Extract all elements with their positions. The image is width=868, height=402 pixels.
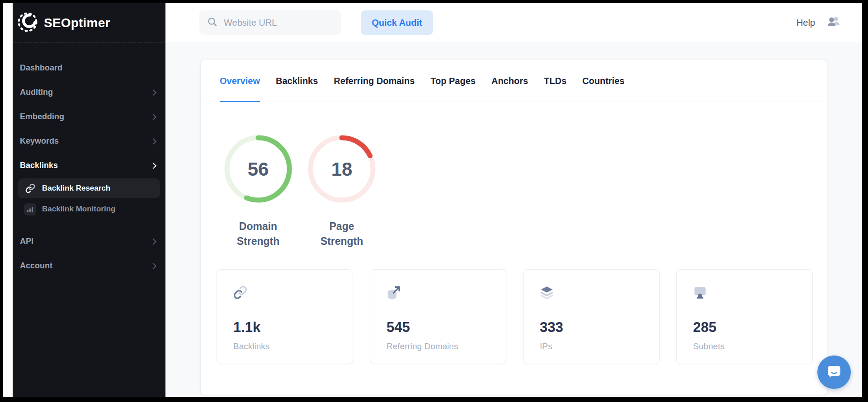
chevron-right-icon [150,162,156,168]
stat-card-backlinks: 1.1k Backlinks [217,269,353,364]
sidebar-item-account[interactable]: Account [13,253,165,278]
tab-label: Overview [220,76,260,86]
tab-bar: Overview Backlinks Referring Domains Top… [201,60,827,102]
help-link[interactable]: Help [797,18,815,28]
tab-referring-domains[interactable]: Referring Domains [334,60,415,102]
tab-anchors[interactable]: Anchors [491,60,528,102]
brand-name: SEOptimer [44,16,110,30]
stat-card-subnets: 285 Subnets [676,269,813,364]
backlink-research-panel: Overview Backlinks Referring Domains Top… [200,60,827,395]
sidebar-item-label: Keywords [20,136,59,146]
sidebar-item-dashboard[interactable]: Dashboard [13,56,165,80]
sidebar-item-label: Account [20,261,52,271]
chat-bubble-icon [826,363,843,382]
tab-tlds[interactable]: TLDs [544,60,566,102]
sidebar-subitem-backlink-monitoring[interactable]: Backlink Monitoring [18,199,160,219]
sidebar-item-label: Embedding [20,112,64,122]
main-area: Quick Audit Help Overview Backlinks Refe… [165,3,862,397]
link-icon [24,182,36,195]
sidebar: SEOptimer Dashboard Auditing Embedding K… [13,3,165,397]
backlinks-submenu: Backlink Research Backlink Monitoring [13,178,165,224]
gear-logo-icon [17,12,38,34]
tab-label: TLDs [544,76,566,86]
page-strength-gauge: 18 Page Strength [308,135,376,248]
strength-gauges: 56 Domain Strength 18 Page Strength [224,135,376,248]
stat-label: IPs [540,341,659,351]
domain-strength-value: 56 [248,159,269,180]
stat-value: 545 [387,319,506,336]
tab-overview[interactable]: Overview [220,60,260,102]
chevron-right-icon [150,238,156,244]
link-icon [233,293,247,301]
sidebar-nav: Dashboard Auditing Embedding Keywords Ba… [13,43,165,278]
tab-countries[interactable]: Countries [582,60,624,102]
tab-label: Countries [582,76,624,86]
subitem-label: Backlink Monitoring [42,205,115,214]
domain-strength-label: Domain Strength [224,219,292,248]
search-icon [207,17,217,29]
bar-chart-icon [24,203,36,215]
website-url-search[interactable] [199,10,341,35]
page-strength-label: Page Strength [308,219,376,248]
stat-card-referring-domains: 545 Referring Domains [370,269,506,364]
quick-audit-button[interactable]: Quick Audit [361,10,433,35]
stat-label: Referring Domains [387,341,506,351]
tab-label: Referring Domains [334,76,415,86]
chevron-right-icon [150,138,156,144]
stat-value: 285 [693,319,812,336]
sidebar-item-embedding[interactable]: Embedding [13,104,165,129]
overview-content: 56 Domain Strength 18 Page Strength [201,102,827,395]
stats-row: 1.1k Backlinks 545 Referring Domains [217,269,813,364]
page-strength-value: 18 [331,159,353,180]
stat-label: Backlinks [233,341,353,351]
sidebar-item-label: API [20,237,33,246]
sidebar-item-keywords[interactable]: Keywords [13,129,165,153]
topbar: Quick Audit Help [165,3,862,42]
stat-card-ips: 333 IPs [523,269,660,364]
chevron-right-icon [150,89,156,95]
domain-strength-gauge: 56 Domain Strength [224,135,292,248]
users-icon[interactable] [827,16,840,29]
tab-backlinks[interactable]: Backlinks [276,60,318,102]
tab-label: Top Pages [430,76,476,86]
sidebar-item-auditing[interactable]: Auditing [13,80,165,104]
tab-label: Backlinks [276,76,318,86]
search-input[interactable] [223,17,331,28]
stat-label: Subnets [693,341,812,351]
stat-value: 333 [540,319,659,336]
chevron-right-icon [150,262,156,269]
sidebar-item-backlinks[interactable]: Backlinks [13,153,165,178]
sidebar-item-label: Dashboard [20,63,62,73]
subitem-label: Backlink Research [42,184,110,193]
sidebar-subitem-backlink-research[interactable]: Backlink Research [18,178,160,198]
chat-launcher-button[interactable] [817,355,851,389]
monitor-icon [693,293,707,301]
chevron-right-icon [150,113,156,120]
external-link-icon [387,293,401,301]
brand-logo[interactable]: SEOptimer [13,3,165,43]
stat-value: 1.1k [233,319,353,336]
sidebar-item-label: Backlinks [20,161,58,170]
tab-top-pages[interactable]: Top Pages [430,60,476,102]
layers-icon [540,293,554,301]
tab-label: Anchors [491,76,528,86]
sidebar-item-api[interactable]: API [13,229,165,253]
sidebar-item-label: Auditing [20,88,53,97]
